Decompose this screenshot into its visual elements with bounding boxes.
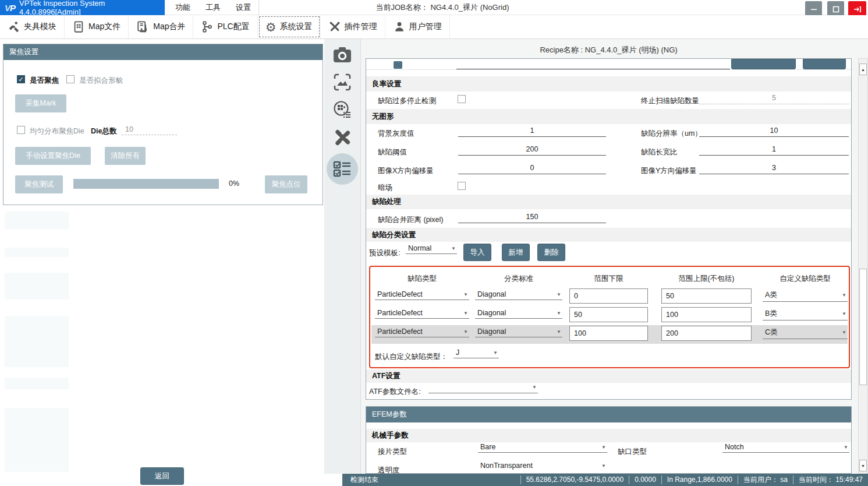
- scrollbar-thumb[interactable]: [859, 269, 867, 385]
- defect-type-dropdown[interactable]: ParticleDefect▼: [375, 309, 469, 319]
- custom-type-dropdown[interactable]: A类▼: [763, 290, 848, 302]
- chevron-down-icon: ▼: [557, 311, 561, 316]
- chevron-down-icon: ▼: [842, 330, 846, 335]
- atf-file-dropdown[interactable]: ▼: [428, 383, 538, 393]
- scroll-down-button[interactable]: ▼: [859, 460, 867, 471]
- defect-type-dropdown[interactable]: ParticleDefect▼: [375, 327, 469, 337]
- offset-x-input[interactable]: 0: [458, 164, 606, 174]
- focus-enable-checkbox[interactable]: ✓: [17, 75, 25, 83]
- default-custom-type-dropdown[interactable]: J▼: [454, 348, 499, 358]
- chevron-down-icon: ▼: [463, 329, 468, 334]
- checklist-tool-button[interactable]: [332, 160, 352, 178]
- menu-tools[interactable]: 工具: [198, 0, 228, 15]
- defect-threshold-label: 缺陷阈值: [378, 147, 407, 157]
- focus-points-button[interactable]: 聚焦点位: [265, 175, 307, 193]
- delete-button[interactable]: 删除: [537, 244, 565, 261]
- fit-topography-checkbox[interactable]: [66, 75, 75, 83]
- notch-type-label: 缺口类型: [618, 447, 647, 457]
- standard-dropdown[interactable]: Diagonal▼: [475, 290, 562, 300]
- defect-process-section-header: 缺陷处理: [366, 195, 851, 209]
- toolbar-item-user-manage[interactable]: 用户管理: [385, 15, 450, 38]
- clear-all-button[interactable]: 清除所有: [105, 147, 146, 165]
- toolbar-item-system-settings[interactable]: ⚙ 系统设置: [258, 15, 321, 38]
- toolbar-item-label: 夹具模块: [24, 22, 56, 32]
- exit-button[interactable]: [848, 1, 866, 17]
- clipped-button-2[interactable]: [803, 59, 846, 69]
- manual-set-focus-die-button[interactable]: 手动设置聚焦Die: [15, 147, 91, 165]
- chevron-down-icon: ▼: [601, 463, 606, 469]
- clipped-button-1[interactable]: [731, 59, 796, 69]
- minimize-button[interactable]: [805, 1, 822, 17]
- import-button[interactable]: 导入: [463, 244, 491, 261]
- maximize-button[interactable]: [827, 1, 844, 17]
- scroll-up-button[interactable]: ▲: [859, 64, 867, 75]
- status-current-time: 当前时间： 15:49:47: [793, 476, 868, 484]
- image-capture-icon: [332, 72, 352, 92]
- standard-value: Diagonal: [477, 290, 506, 298]
- toolbar-item-label: 插件管理: [345, 22, 377, 32]
- toolbar-item-plc-config[interactable]: PLC配置: [193, 15, 257, 38]
- scan-limit-input[interactable]: 5: [699, 94, 849, 104]
- dark-field-checkbox[interactable]: [458, 182, 466, 190]
- preset-template-value: Normal: [408, 244, 431, 252]
- custom-type-value: C类: [765, 327, 778, 337]
- preset-template-dropdown[interactable]: Normal ▼: [406, 244, 457, 254]
- add-button[interactable]: 新增: [502, 244, 530, 261]
- standard-dropdown[interactable]: Diagonal▼: [475, 327, 562, 337]
- wafer-map-tool-button[interactable]: [332, 99, 353, 120]
- no-pattern-section-header: 无图形: [366, 109, 851, 124]
- defect-resolution-input[interactable]: 10: [699, 126, 849, 137]
- transparency-dropdown[interactable]: NonTransparent▼: [478, 462, 607, 471]
- notch-type-dropdown[interactable]: Notch▼: [722, 443, 849, 453]
- user-manage-icon: [393, 20, 406, 33]
- menu-bar: 功能 工具 设置: [168, 0, 259, 15]
- status-range: In Range,1,866.0000: [661, 476, 738, 484]
- menu-function[interactable]: 功能: [168, 0, 198, 15]
- status-state: 检测结束: [342, 475, 520, 485]
- fixture-module-icon: [8, 20, 20, 33]
- lower-bound-input[interactable]: 50: [569, 307, 648, 322]
- lower-bound-input[interactable]: 0: [569, 288, 648, 304]
- uniform-die-checkbox[interactable]: [17, 126, 25, 134]
- offset-y-input[interactable]: 3: [699, 164, 849, 174]
- image-capture-tool-button[interactable]: [332, 72, 352, 92]
- camera-tool-button[interactable]: [332, 45, 353, 64]
- settings-scrollbar[interactable]: ▲ ▼: [858, 58, 868, 474]
- plc-config-icon: [201, 20, 214, 33]
- toolbar-item-plugin-manage[interactable]: 插件管理: [321, 15, 385, 38]
- toolbar-item-map-file[interactable]: Map文件: [65, 15, 129, 38]
- aspect-ratio-input[interactable]: 1: [699, 145, 849, 156]
- custom-type-dropdown[interactable]: B类▼: [763, 309, 848, 321]
- collect-mark-button[interactable]: 采集Mark: [15, 94, 66, 112]
- bg-gray-input[interactable]: 1: [458, 126, 606, 137]
- stop-on-excess-checkbox[interactable]: [458, 95, 466, 103]
- focus-test-button[interactable]: 聚焦测试: [15, 175, 63, 193]
- clipped-checkbox[interactable]: [394, 61, 402, 69]
- uniform-die-label: 均匀分布聚焦Die: [30, 126, 84, 136]
- defect-type-dropdown[interactable]: ParticleDefect▼: [375, 290, 469, 300]
- efem-panel-title: EFEM参数: [366, 407, 851, 422]
- toolbar-item-fixture-module[interactable]: 夹具模块: [0, 15, 65, 38]
- map-merge-icon: [136, 20, 150, 33]
- custom-type-dropdown[interactable]: C类▼: [763, 327, 848, 339]
- notch-type-value: Notch: [725, 443, 744, 451]
- default-custom-type-value: J: [456, 348, 459, 357]
- standard-dropdown[interactable]: Diagonal▼: [475, 309, 562, 319]
- chevron-down-icon: ▼: [557, 329, 561, 334]
- col-header-type: 缺陷类型: [375, 274, 469, 284]
- die-total-input[interactable]: 10: [122, 125, 177, 135]
- measure-tool-button[interactable]: [332, 128, 352, 147]
- menu-settings[interactable]: 设置: [228, 0, 259, 15]
- upper-bound-input[interactable]: 100: [661, 307, 752, 322]
- toolbar-item-map-merge[interactable]: Map合并: [129, 15, 193, 38]
- exit-icon: [853, 6, 862, 13]
- lower-bound-input[interactable]: 100: [569, 326, 648, 341]
- upper-bound-input[interactable]: 200: [661, 326, 752, 341]
- merge-distance-input[interactable]: 150: [458, 213, 606, 223]
- defect-threshold-input[interactable]: 200: [458, 145, 606, 156]
- chevron-down-icon: ▼: [557, 292, 561, 297]
- upper-bound-input[interactable]: 50: [661, 288, 752, 304]
- back-button[interactable]: 返回: [140, 467, 184, 485]
- chevron-down-icon: ▼: [601, 445, 606, 450]
- wafer-type-dropdown[interactable]: Bare▼: [478, 443, 607, 453]
